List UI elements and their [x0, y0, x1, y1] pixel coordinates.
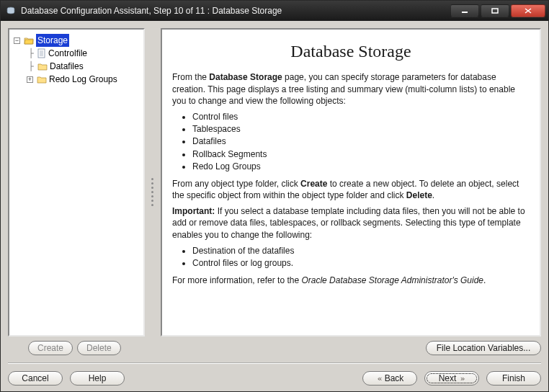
list-item: Tablespaces	[192, 123, 530, 135]
close-button[interactable]	[511, 4, 545, 17]
object-tree[interactable]: − Storage ├ Controlfile ├	[8, 28, 145, 337]
page-title: Database Storage	[172, 40, 530, 63]
create-delete-paragraph: From any object type folder, click Creat…	[172, 178, 530, 201]
tree-item-redo-log-groups[interactable]: + Redo Log Groups	[25, 73, 140, 86]
objects-list: Control files Tablespaces Datafiles Roll…	[172, 111, 530, 172]
titlebar: Database Configuration Assistant, Step 1…	[1, 1, 548, 21]
important-paragraph: Important: If you select a database temp…	[172, 205, 530, 241]
nav-panel: − Storage ├ Controlfile ├	[8, 28, 145, 355]
splitter-handle[interactable]	[151, 28, 155, 355]
tree-item-label: Redo Log Groups	[49, 73, 117, 86]
delete-button[interactable]: Delete	[77, 341, 121, 355]
window-title: Database Configuration Assistant, Step 1…	[21, 6, 450, 16]
list-item: Redo Log Groups	[192, 161, 530, 172]
list-item: Rollback Segments	[192, 148, 530, 160]
tree-item-controlfile[interactable]: ├ Controlfile	[25, 47, 140, 60]
svg-rect-2	[492, 9, 498, 13]
window-controls	[450, 4, 545, 17]
back-button[interactable]: « Back	[362, 371, 417, 386]
folder-open-icon	[24, 36, 34, 45]
chevron-left-icon: «	[378, 374, 381, 383]
client-area: − Storage ├ Controlfile ├	[1, 21, 548, 391]
tree-item-datafiles[interactable]: ├ Datafiles	[25, 60, 140, 73]
svg-rect-3	[38, 49, 45, 58]
help-button[interactable]: Help	[70, 371, 125, 386]
app-icon	[5, 5, 17, 17]
list-item: Control files	[192, 111, 530, 122]
tree-item-label: Datafiles	[50, 60, 84, 73]
folder-icon	[37, 62, 48, 71]
wizard-footer: Cancel Help « Back Next » Finish	[8, 362, 541, 386]
app-window: Database Configuration Assistant, Step 1…	[0, 0, 549, 392]
content-pane: Database Storage From the Database Stora…	[161, 28, 541, 337]
maximize-button[interactable]	[481, 4, 509, 17]
intro-paragraph: From the Database Storage page, you can …	[172, 71, 530, 107]
list-item: Control files or log groups.	[192, 257, 530, 269]
collapse-icon[interactable]: −	[14, 37, 20, 44]
svg-rect-1	[462, 12, 468, 13]
more-info-paragraph: For more information, refer to the Oracl…	[172, 275, 530, 286]
minimize-button[interactable]	[450, 4, 479, 17]
expand-icon[interactable]: +	[27, 76, 33, 83]
cancel-button[interactable]: Cancel	[8, 371, 63, 386]
file-location-variables-button[interactable]: File Location Variables...	[426, 341, 541, 355]
tree-root-storage[interactable]: − Storage	[12, 34, 140, 47]
create-button[interactable]: Create	[28, 341, 73, 355]
folder-icon	[37, 75, 47, 84]
list-item: Destination of the datafiles	[192, 245, 530, 257]
tree-root-label: Storage	[36, 34, 69, 47]
template-list: Destination of the datafiles Control fil…	[172, 245, 530, 269]
next-button[interactable]: Next »	[424, 371, 479, 386]
tree-line-icon: ├	[27, 47, 35, 60]
chevron-right-icon: »	[460, 374, 464, 383]
finish-button[interactable]: Finish	[486, 371, 541, 386]
tree-item-label: Controlfile	[48, 47, 87, 60]
list-item: Datafiles	[192, 135, 530, 147]
tree-line-icon: ├	[27, 60, 35, 73]
document-icon	[37, 48, 46, 58]
